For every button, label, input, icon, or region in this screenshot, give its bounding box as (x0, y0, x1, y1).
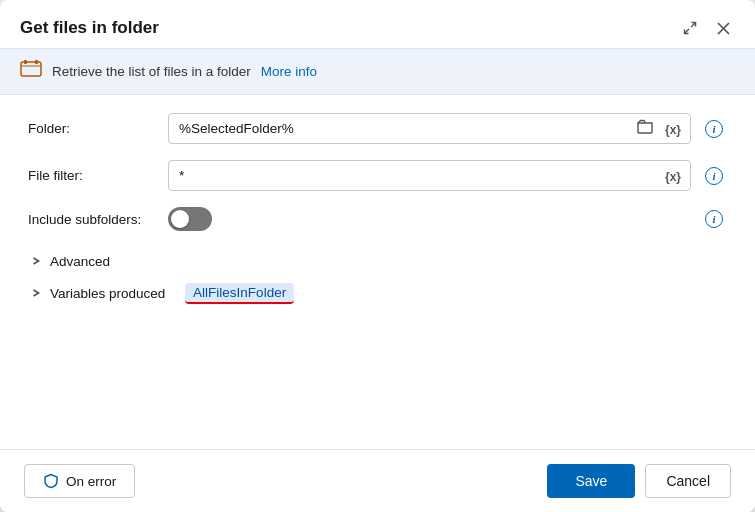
svg-rect-6 (24, 60, 27, 64)
file-filter-variable-button[interactable]: {x} (660, 165, 686, 187)
shield-icon (43, 473, 59, 489)
info-banner: Retrieve the list of files in a folder M… (0, 48, 755, 95)
svg-rect-4 (21, 62, 41, 76)
advanced-section[interactable]: Advanced (28, 247, 727, 276)
variables-produced-section[interactable]: Variables produced AllFilesInFolder (28, 276, 727, 311)
file-filter-row: File filter: {x} i (28, 160, 727, 191)
cancel-button[interactable]: Cancel (645, 464, 731, 498)
on-error-label: On error (66, 474, 116, 489)
include-subfolders-info-icon: i (705, 210, 723, 228)
folder-row: Folder: {x} i (28, 113, 727, 144)
all-files-in-folder-badge[interactable]: AllFilesInFolder (185, 283, 294, 304)
file-filter-input[interactable] (169, 161, 660, 190)
include-subfolders-info-button[interactable]: i (701, 208, 727, 230)
file-filter-input-wrapper: {x} (168, 160, 691, 191)
expand-button[interactable] (678, 19, 702, 37)
file-filter-variable-icon: {x} (665, 170, 681, 184)
folder-label: Folder: (28, 121, 158, 136)
file-filter-info-icon: i (705, 167, 723, 185)
banner-icon (20, 59, 42, 84)
folder-input-wrapper: {x} (168, 113, 691, 144)
advanced-label: Advanced (50, 254, 110, 269)
include-subfolders-label: Include subfolders: (28, 212, 158, 227)
advanced-chevron-icon (28, 255, 44, 269)
title-bar-icons (678, 19, 735, 37)
more-info-link[interactable]: More info (261, 64, 317, 79)
folder-info-button[interactable]: i (701, 118, 727, 140)
variables-produced-label: Variables produced (50, 286, 165, 301)
on-error-button[interactable]: On error (24, 464, 135, 498)
banner-text: Retrieve the list of files in a folder (52, 64, 251, 79)
footer-right: Save Cancel (547, 464, 731, 498)
dialog-title: Get files in folder (20, 18, 159, 38)
folder-browse-button[interactable] (632, 116, 658, 141)
folder-input[interactable] (169, 114, 632, 143)
svg-rect-7 (35, 60, 38, 64)
toggle-wrapper (168, 207, 212, 231)
dialog: Get files in folder (0, 0, 755, 512)
variables-produced-chevron-icon (28, 287, 44, 301)
title-bar: Get files in folder (0, 0, 755, 48)
save-button[interactable]: Save (547, 464, 635, 498)
include-subfolders-toggle[interactable] (168, 207, 212, 231)
close-button[interactable] (712, 20, 735, 37)
file-filter-info-button[interactable]: i (701, 165, 727, 187)
folder-input-actions: {x} (632, 116, 690, 141)
file-filter-label: File filter: (28, 168, 158, 183)
include-subfolders-row: Include subfolders: i (28, 207, 727, 231)
folder-info-icon: i (705, 120, 723, 138)
file-filter-input-actions: {x} (660, 165, 690, 187)
variable-icon: {x} (665, 123, 681, 137)
folder-variable-button[interactable]: {x} (660, 118, 686, 140)
form-body: Folder: {x} i (0, 95, 755, 439)
footer: On error Save Cancel (0, 450, 755, 512)
